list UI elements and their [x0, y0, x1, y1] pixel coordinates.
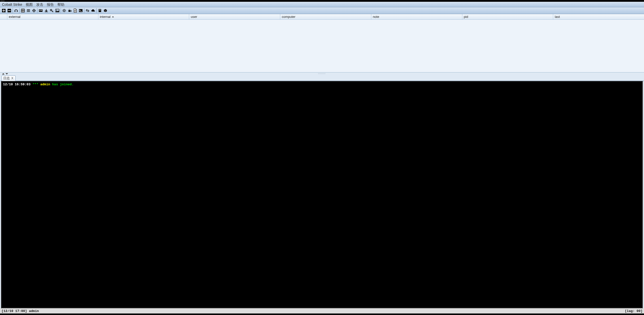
col-label: user [191, 15, 197, 19]
menu-view[interactable]: 视图 [24, 2, 34, 7]
col-label: external [9, 15, 20, 19]
list-icon[interactable] [26, 8, 31, 13]
gear-icon[interactable] [61, 8, 67, 13]
splitter-collapse-down-icon[interactable] [6, 73, 8, 74]
log-stars: *** [32, 83, 38, 86]
window-icon [1, 0, 5, 2]
col-icon[interactable] [0, 14, 7, 19]
console-area: 12/10 16:59:03 *** admin has joined. [12… [0, 81, 644, 313]
splitter-handle[interactable] [0, 72, 644, 75]
app-icon[interactable] [38, 8, 44, 13]
col-user[interactable]: user [189, 14, 280, 19]
svg-rect-40 [99, 9, 101, 12]
target-icon[interactable] [31, 8, 37, 13]
grid-icon[interactable] [20, 8, 26, 13]
svg-rect-4 [8, 10, 11, 11]
svg-rect-14 [27, 11, 30, 12]
menu-attack[interactable]: 攻击 [35, 2, 45, 7]
svg-rect-12 [27, 9, 30, 10]
svg-rect-11 [23, 11, 24, 12]
minus-icon[interactable] [7, 8, 12, 13]
col-internal[interactable]: internal [98, 14, 189, 19]
status-user: admin [29, 309, 39, 313]
svg-point-24 [56, 10, 57, 11]
close-icon[interactable]: X [11, 76, 14, 80]
sort-asc-icon [112, 16, 114, 17]
col-label: pid [464, 15, 468, 19]
document-icon[interactable] [72, 8, 78, 13]
tab-label: 日志 [3, 76, 10, 81]
col-label: internal [100, 15, 111, 19]
svg-rect-10 [22, 11, 23, 12]
coffee-icon[interactable] [67, 8, 72, 13]
svg-rect-20 [41, 10, 42, 11]
tab-log[interactable]: 日志 X [2, 75, 16, 81]
svg-rect-41 [99, 10, 101, 10]
plus-icon[interactable] [1, 8, 7, 13]
window-titlebar-stub [0, 0, 644, 2]
image-icon[interactable] [55, 8, 60, 13]
svg-line-33 [65, 9, 65, 10]
svg-rect-19 [39, 10, 41, 11]
event-log-console[interactable]: 12/10 16:59:03 *** admin has joined. [1, 81, 643, 308]
svg-rect-21 [45, 12, 48, 12]
toolbar-separator [13, 8, 13, 13]
key-icon[interactable] [49, 8, 55, 13]
svg-line-30 [63, 9, 63, 10]
toolbar-separator [61, 8, 61, 13]
svg-rect-2 [3, 10, 5, 11]
status-right: [lag: 00] [625, 309, 642, 313]
console-tabbar: 日志 X [0, 75, 644, 81]
svg-point-25 [63, 10, 65, 11]
svg-rect-8 [22, 9, 23, 10]
col-computer[interactable]: computer [280, 14, 371, 19]
log-action: has joined. [52, 83, 74, 86]
splitter-collapse-up-icon[interactable] [2, 73, 5, 74]
toolbar-separator [37, 8, 37, 13]
sessions-table-body[interactable] [0, 20, 644, 72]
console-statusbar: [12/10 17:00] admin [lag: 00] [0, 308, 644, 313]
server-icon[interactable] [97, 8, 103, 13]
status-time: [12/10 17:00] [2, 309, 27, 313]
menu-help[interactable]: 帮助 [56, 2, 66, 7]
toolbar-separator [84, 8, 84, 13]
col-label: computer [282, 15, 295, 19]
terminal-icon[interactable] [78, 8, 84, 13]
log-timestamp: 12/10 16:59:03 [3, 83, 30, 86]
toolbar-separator [96, 8, 97, 13]
col-label: last [555, 15, 560, 19]
col-label: note [373, 15, 379, 19]
svg-rect-6 [17, 11, 18, 12]
col-pid[interactable]: pid [462, 14, 553, 19]
menu-report[interactable]: 报告 [45, 2, 55, 7]
link-icon[interactable] [85, 8, 90, 13]
toolbar [0, 7, 644, 14]
svg-rect-34 [68, 10, 70, 12]
menu-bar: Cobalt Strike 视图 攻击 报告 帮助 [0, 2, 644, 7]
svg-rect-42 [99, 10, 101, 10]
col-note[interactable]: note [371, 14, 462, 19]
svg-rect-5 [15, 11, 15, 12]
svg-rect-9 [23, 9, 24, 10]
col-external[interactable]: external [7, 14, 98, 19]
download-icon[interactable] [44, 8, 49, 13]
bottom-strip [0, 313, 644, 315]
svg-line-32 [63, 11, 63, 12]
cloud-icon[interactable] [90, 8, 96, 13]
svg-rect-13 [27, 10, 30, 11]
splitter-grip-icon [318, 73, 326, 74]
toolbar-separator [19, 8, 20, 13]
headset-icon[interactable] [13, 8, 19, 13]
svg-line-31 [65, 11, 65, 12]
sessions-table-header: external internal user computer note pid… [0, 14, 644, 20]
log-user: admin [40, 83, 50, 86]
svg-rect-38 [79, 9, 83, 12]
package-icon[interactable] [103, 8, 108, 13]
status-left: [12/10 17:00] admin [2, 309, 39, 313]
menu-cobalt-strike[interactable]: Cobalt Strike [1, 2, 24, 7]
col-last[interactable]: last [553, 14, 644, 19]
